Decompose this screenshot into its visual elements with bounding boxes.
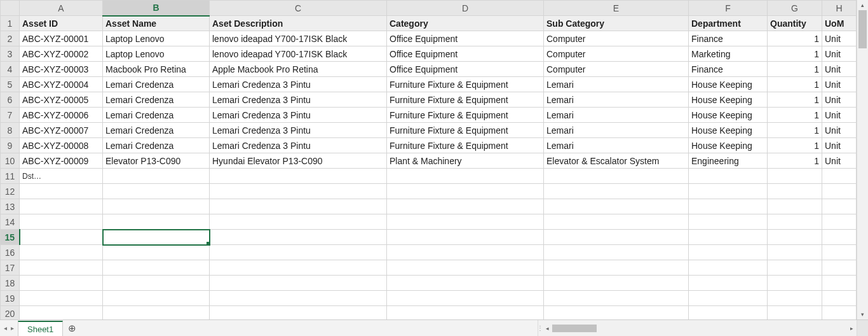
row-header[interactable]: 2 xyxy=(1,31,20,46)
cell[interactable]: Engineering xyxy=(689,153,768,169)
cell[interactable] xyxy=(103,214,210,230)
cell[interactable]: Office Equipment xyxy=(387,62,544,77)
cell[interactable] xyxy=(387,276,544,291)
cell[interactable] xyxy=(768,291,822,306)
cell[interactable]: House Keeping xyxy=(689,138,768,153)
cell[interactable] xyxy=(689,306,768,320)
cell[interactable] xyxy=(768,214,822,230)
cell[interactable]: Computer xyxy=(544,62,689,77)
cell[interactable]: 1 xyxy=(768,62,822,77)
cell[interactable]: Asset ID xyxy=(20,16,103,31)
cell[interactable]: Computer xyxy=(544,31,689,46)
cell[interactable] xyxy=(210,276,387,291)
cell[interactable] xyxy=(387,184,544,199)
cell[interactable] xyxy=(689,276,768,291)
cell[interactable] xyxy=(822,291,857,306)
cell[interactable]: 1 xyxy=(768,153,822,169)
row-header[interactable]: 9 xyxy=(1,138,20,153)
cell[interactable]: Macbook Pro Retina xyxy=(103,62,210,77)
cell[interactable] xyxy=(544,245,689,260)
cell[interactable] xyxy=(387,169,544,184)
cell[interactable] xyxy=(103,230,210,245)
cell[interactable] xyxy=(689,169,768,184)
cell[interactable] xyxy=(210,260,387,276)
col-header-B[interactable]: B xyxy=(103,1,210,16)
cell[interactable]: Category xyxy=(387,16,544,31)
cell[interactable]: Lemari Credenza 3 Pintu xyxy=(210,92,387,108)
cell[interactable] xyxy=(822,260,857,276)
vscroll-thumb[interactable] xyxy=(858,10,867,48)
row-header[interactable]: 13 xyxy=(1,199,20,214)
cell[interactable] xyxy=(768,169,822,184)
cell[interactable] xyxy=(387,230,544,245)
cell[interactable]: Office Equipment xyxy=(387,46,544,62)
cell[interactable]: Asset Name xyxy=(103,16,210,31)
cell[interactable]: Elevator & Escalator System xyxy=(544,153,689,169)
row-header[interactable]: 20 xyxy=(1,306,20,320)
sheet-nav-prev-icon[interactable]: ◂ xyxy=(4,325,7,332)
cell[interactable]: 1 xyxy=(768,92,822,108)
col-header-G[interactable]: G xyxy=(768,1,822,16)
cell[interactable] xyxy=(20,306,103,320)
vertical-scrollbar[interactable]: ▴ ▾ xyxy=(857,0,868,319)
cell[interactable] xyxy=(822,306,857,320)
cell[interactable] xyxy=(20,260,103,276)
cell[interactable]: 1 xyxy=(768,108,822,123)
cell[interactable]: Furniture Fixture & Equipment xyxy=(387,108,544,123)
cell[interactable] xyxy=(387,199,544,214)
cell[interactable] xyxy=(768,199,822,214)
scroll-down-icon[interactable]: ▾ xyxy=(858,309,868,319)
cell[interactable]: 1 xyxy=(768,46,822,62)
cell[interactable] xyxy=(822,199,857,214)
cell[interactable]: House Keeping xyxy=(689,92,768,108)
cell[interactable] xyxy=(544,260,689,276)
cell[interactable] xyxy=(544,306,689,320)
cell[interactable] xyxy=(822,169,857,184)
scroll-right-icon[interactable]: ▸ xyxy=(846,323,857,333)
cell[interactable] xyxy=(822,184,857,199)
row-header[interactable]: 6 xyxy=(1,92,20,108)
cell[interactable] xyxy=(387,291,544,306)
cell[interactable]: Unit xyxy=(822,46,857,62)
cell[interactable]: ABC-XYZ-00008 xyxy=(20,138,103,153)
cell[interactable] xyxy=(210,169,387,184)
cell[interactable] xyxy=(103,306,210,320)
cell[interactable] xyxy=(544,199,689,214)
row-header[interactable]: 5 xyxy=(1,77,20,92)
cell[interactable]: House Keeping xyxy=(689,123,768,138)
sheet-nav-next-icon[interactable]: ▸ xyxy=(11,325,14,332)
row-header[interactable]: 10 xyxy=(1,153,20,169)
cell[interactable] xyxy=(544,184,689,199)
cell[interactable]: Unit xyxy=(822,153,857,169)
cell[interactable] xyxy=(20,214,103,230)
cell[interactable]: Lemari Credenza 3 Pintu xyxy=(210,108,387,123)
cell[interactable] xyxy=(544,169,689,184)
cell[interactable]: Elevator P13-C090 xyxy=(103,153,210,169)
cell[interactable] xyxy=(822,214,857,230)
cell[interactable]: Lemari Credenza 3 Pintu xyxy=(210,77,387,92)
cell[interactable]: Dst… xyxy=(20,169,103,184)
cell[interactable]: 1 xyxy=(768,123,822,138)
cell[interactable] xyxy=(822,245,857,260)
cell[interactable] xyxy=(210,184,387,199)
cell[interactable] xyxy=(103,260,210,276)
cell[interactable]: 1 xyxy=(768,77,822,92)
cell[interactable]: Unit xyxy=(822,62,857,77)
cell[interactable] xyxy=(689,184,768,199)
cell[interactable] xyxy=(210,199,387,214)
row-header[interactable]: 3 xyxy=(1,46,20,62)
col-header-E[interactable]: E xyxy=(544,1,689,16)
row-header[interactable]: 7 xyxy=(1,108,20,123)
cell[interactable] xyxy=(103,245,210,260)
row-header[interactable]: 18 xyxy=(1,276,20,291)
cell[interactable]: Department xyxy=(689,16,768,31)
cell[interactable]: Furniture Fixture & Equipment xyxy=(387,92,544,108)
cell[interactable]: 1 xyxy=(768,31,822,46)
cell[interactable]: Unit xyxy=(822,138,857,153)
spreadsheet-grid[interactable]: A B C D E F G H 1Asset IDAsset NameAset … xyxy=(0,0,857,319)
cell[interactable] xyxy=(210,306,387,320)
cell[interactable]: ABC-XYZ-00004 xyxy=(20,77,103,92)
cell[interactable] xyxy=(210,291,387,306)
cell[interactable]: ABC-XYZ-00003 xyxy=(20,62,103,77)
cell[interactable] xyxy=(20,199,103,214)
